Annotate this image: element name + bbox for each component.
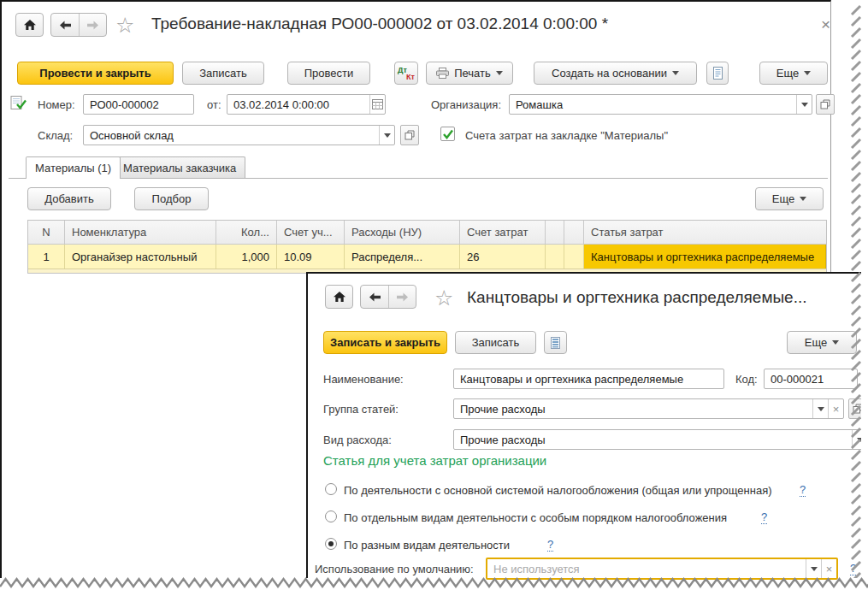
back-arrow-icon: [369, 292, 381, 302]
calendar-button[interactable]: [369, 95, 385, 114]
name-input[interactable]: Канцтовары и оргтехника распределяемые: [453, 369, 724, 389]
tab-materials[interactable]: Материалы (1): [26, 156, 121, 179]
create-based-on-button[interactable]: Создать на основании: [534, 62, 697, 85]
default-usage-dropdown-button[interactable]: [806, 559, 821, 578]
document-icon: [712, 67, 723, 80]
back-button[interactable]: [361, 286, 388, 308]
radio-different-activities-label: По разным видам деятельности: [344, 539, 510, 552]
home-button[interactable]: [325, 285, 353, 309]
group-clear-button[interactable]: ×: [828, 399, 843, 418]
forward-arrow-icon: [396, 292, 409, 302]
cost-accounts-checkbox[interactable]: [440, 127, 455, 141]
close-icon[interactable]: ×: [821, 18, 830, 32]
help-link[interactable]: ?: [800, 484, 806, 497]
radio-special-tax-order[interactable]: [325, 510, 337, 522]
related-documents-button[interactable]: [706, 62, 729, 85]
cell-nomenclature[interactable]: Органайзер настольный: [65, 245, 216, 268]
dialog-title: Канцтовары и оргтехника распределяемые..…: [467, 288, 807, 307]
clear-icon: ×: [826, 563, 833, 575]
section-title: Статья для учета затрат организации: [323, 453, 546, 468]
col-header-nomenclature[interactable]: Номенклатура: [65, 221, 216, 244]
cell-cost-account[interactable]: 26: [460, 245, 546, 268]
warehouse-open-button[interactable]: [400, 125, 419, 145]
name-value: Канцтовары и оргтехника распределяемые: [454, 369, 723, 388]
radio-main-tax-system[interactable]: [325, 483, 337, 495]
pick-label: Подбор: [152, 192, 192, 205]
date-value: 03.02.2014 0:00:00: [227, 95, 369, 114]
group-dropdown-button[interactable]: [812, 399, 828, 418]
code-input[interactable]: 00-000021: [764, 369, 858, 389]
home-button[interactable]: [15, 13, 44, 37]
organization-value: Ромашка: [510, 95, 796, 114]
forward-button[interactable]: [79, 14, 106, 36]
add-row-button[interactable]: Добавить: [27, 187, 111, 210]
history-nav: [360, 285, 416, 309]
default-usage-placeholder: Не используется: [487, 559, 806, 578]
col-header-empty-1[interactable]: [546, 221, 564, 244]
warehouse-value: Основной склад: [84, 126, 379, 145]
help-link[interactable]: ?: [547, 539, 553, 552]
organization-dropdown-button[interactable]: [796, 95, 812, 114]
post-and-close-button[interactable]: Провести и закрыть: [17, 62, 174, 85]
name-label: Наименование:: [323, 373, 404, 386]
print-dropdown-icon: [496, 71, 503, 75]
home-icon: [333, 291, 346, 303]
organization-input[interactable]: Ромашка: [509, 94, 812, 115]
kind-value: Прочие расходы: [454, 430, 852, 449]
more-button[interactable]: Еще: [759, 62, 828, 85]
save-label: Записать: [472, 336, 520, 349]
cell-n[interactable]: 1: [28, 245, 65, 268]
cell-qty[interactable]: 1,000: [216, 245, 277, 268]
group-input[interactable]: Прочие расходы ×: [453, 398, 844, 419]
cell-empty-2[interactable]: [564, 245, 584, 268]
post-button[interactable]: Провести: [287, 62, 370, 85]
table-header-row: N Номенклатура Кол... Счет уч... Расходы…: [28, 221, 826, 245]
save-and-close-button[interactable]: Записать и закрыть: [323, 331, 447, 354]
print-button[interactable]: Печать: [426, 62, 513, 85]
warehouse-dropdown-button[interactable]: [379, 126, 394, 145]
save-button[interactable]: Записать: [182, 62, 264, 85]
warehouse-input[interactable]: Основной склад: [83, 125, 395, 145]
group-label: Группа статей:: [323, 403, 399, 416]
more-label: Еще: [776, 67, 799, 80]
checkmark-icon: [442, 129, 454, 139]
col-header-account[interactable]: Счет уч...: [277, 221, 345, 244]
table-more-label: Еще: [772, 192, 794, 205]
materials-table: N Номенклатура Кол... Счет уч... Расходы…: [27, 220, 827, 274]
col-header-expenses-nu[interactable]: Расходы (НУ): [345, 221, 460, 244]
tab-customer-materials-label: Материалы заказчика: [123, 162, 236, 174]
radio-different-activities[interactable]: [325, 538, 337, 550]
col-header-cost-account[interactable]: Счет затрат: [460, 221, 546, 244]
dt-kt-button[interactable]: Дт Кт: [394, 62, 418, 85]
list-button[interactable]: [544, 331, 567, 354]
kind-input[interactable]: Прочие расходы: [453, 429, 868, 450]
save-and-close-label: Записать и закрыть: [330, 336, 440, 349]
cell-cost-item-selected[interactable]: Канцтовары и оргтехника распределяемые: [584, 245, 826, 268]
save-button[interactable]: Записать: [455, 331, 536, 354]
table-row[interactable]: 1 Органайзер настольный 1,000 10.09 Расп…: [28, 245, 826, 268]
default-usage-clear-button[interactable]: ×: [821, 559, 836, 578]
forward-button[interactable]: [388, 286, 416, 308]
col-header-empty-2[interactable]: [564, 221, 584, 244]
tab-customer-materials[interactable]: Материалы заказчика: [114, 156, 245, 178]
cost-accounts-checkbox-label: Счета затрат на закладке "Материалы": [465, 129, 668, 142]
col-header-n[interactable]: N: [28, 221, 65, 244]
back-button[interactable]: [51, 14, 79, 36]
table-more-button[interactable]: Еще: [755, 187, 824, 210]
favorite-star-icon[interactable]: ☆: [434, 287, 453, 308]
help-link[interactable]: ?: [761, 511, 767, 524]
open-form-icon: [404, 130, 415, 140]
number-input[interactable]: РО00-000002: [83, 94, 194, 115]
open-form-icon: [820, 99, 830, 109]
cell-account[interactable]: 10.09: [277, 245, 345, 268]
cell-expenses-nu[interactable]: Распределя...: [345, 245, 460, 268]
calendar-icon: [372, 99, 383, 109]
window-title: Требование-накладная РО00-000002 от 03.0…: [151, 15, 608, 33]
organization-open-button[interactable]: [816, 94, 835, 115]
col-header-cost-item[interactable]: Статья затрат: [584, 221, 826, 244]
cell-empty-1[interactable]: [546, 245, 564, 268]
col-header-qty[interactable]: Кол...: [216, 221, 277, 244]
pick-button[interactable]: Подбор: [134, 187, 209, 210]
date-input[interactable]: 03.02.2014 0:00:00: [227, 94, 386, 115]
favorite-star-icon[interactable]: ☆: [115, 15, 134, 35]
